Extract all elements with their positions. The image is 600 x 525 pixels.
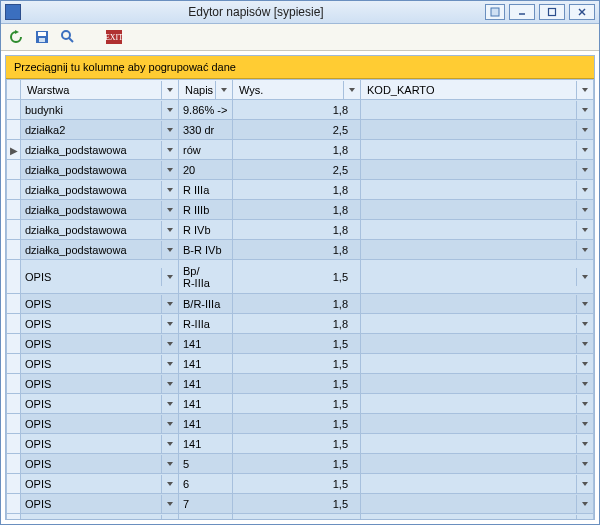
cell-wys[interactable]: 1,5 [233,434,361,454]
cell-warstwa[interactable]: OPIS [21,434,179,454]
cell-kod-karto[interactable] [361,140,594,160]
cell-dropdown-icon[interactable] [161,455,178,473]
cell-warstwa[interactable]: działka_podstawowa [21,200,179,220]
cell-kod-karto[interactable] [361,120,594,140]
cell-dropdown-icon[interactable] [576,295,593,313]
cell-wys[interactable]: 2,5 [233,160,361,180]
cell-kod-karto[interactable] [361,454,594,474]
cell-dropdown-icon[interactable] [576,268,593,286]
filter-dropdown-icon[interactable] [161,81,178,99]
cell-wys[interactable]: 1,8 [233,294,361,314]
cell-kod-karto[interactable] [361,414,594,434]
cell-dropdown-icon[interactable] [576,315,593,333]
cell-dropdown-icon[interactable] [576,475,593,493]
cell-wys[interactable]: 1,5 [233,374,361,394]
cell-warstwa[interactable]: OPIS [21,514,179,520]
filter-dropdown-icon[interactable] [215,81,232,99]
cell-warstwa[interactable]: OPIS [21,374,179,394]
table-row[interactable]: OPIS1411,5 [7,354,594,374]
cell-dropdown-icon[interactable] [161,141,178,159]
cell-kod-karto[interactable] [361,160,594,180]
cell-dropdown-icon[interactable] [576,181,593,199]
cell-dropdown-icon[interactable] [161,241,178,259]
cell-kod-karto[interactable] [361,260,594,294]
cell-warstwa[interactable]: OPIS [21,354,179,374]
cell-kod-karto[interactable] [361,294,594,314]
table-row[interactable]: działka_podstawowaR IIIa1,8 [7,180,594,200]
cell-napis[interactable]: 141 [179,334,233,354]
search-button[interactable] [59,28,77,46]
cell-napis[interactable]: Bp/ R-IIIa [179,260,233,294]
cell-warstwa[interactable]: OPIS [21,454,179,474]
cell-wys[interactable]: 1,5 [233,454,361,474]
table-row[interactable]: ▶działka_podstawowarów1,8 [7,140,594,160]
cell-dropdown-icon[interactable] [576,121,593,139]
exit-button[interactable]: EXIT [105,28,123,46]
cell-napis[interactable]: 141 [179,374,233,394]
cell-dropdown-icon[interactable] [576,375,593,393]
table-row[interactable]: działka2330 dr2,5 [7,120,594,140]
cell-kod-karto[interactable] [361,514,594,520]
cell-wys[interactable]: 1,5 [233,354,361,374]
cell-kod-karto[interactable] [361,220,594,240]
cell-dropdown-icon[interactable] [576,355,593,373]
cell-dropdown-icon[interactable] [576,241,593,259]
cell-dropdown-icon[interactable] [576,435,593,453]
cell-kod-karto[interactable] [361,354,594,374]
column-header-kod-karto[interactable]: KOD_KARTO [361,80,594,100]
column-header-napis[interactable]: Napis [179,80,233,100]
cell-dropdown-icon[interactable] [576,201,593,219]
cell-wys[interactable]: 1,8 [233,314,361,334]
cell-napis[interactable]: 20 [179,160,233,180]
cell-wys[interactable]: 1,8 [233,220,361,240]
cell-kod-karto[interactable] [361,200,594,220]
maximize-button[interactable] [539,4,565,20]
cell-wys[interactable]: 2,5 [233,120,361,140]
cell-dropdown-icon[interactable] [576,221,593,239]
table-row[interactable]: OPIS1411,5 [7,334,594,354]
table-row[interactable]: OPIS61,5 [7,474,594,494]
cell-dropdown-icon[interactable] [161,495,178,513]
cell-kod-karto[interactable] [361,180,594,200]
cell-dropdown-icon[interactable] [576,395,593,413]
save-button[interactable] [33,28,51,46]
column-header-warstwa[interactable]: Warstwa [21,80,179,100]
cell-kod-karto[interactable] [361,434,594,454]
cell-dropdown-icon[interactable] [576,415,593,433]
table-row[interactable]: OPIS1411,5 [7,434,594,454]
filter-dropdown-icon[interactable] [343,81,360,99]
cell-dropdown-icon[interactable] [576,495,593,513]
table-row[interactable]: budynki9.86% ->1,8 [7,100,594,120]
cell-kod-karto[interactable] [361,334,594,354]
cell-dropdown-icon[interactable] [576,141,593,159]
close-button[interactable] [569,4,595,20]
cell-dropdown-icon[interactable] [161,201,178,219]
table-row[interactable]: działka_podstawowa202,5 [7,160,594,180]
cell-dropdown-icon[interactable] [576,101,593,119]
cell-napis[interactable]: R-IIIa [179,314,233,334]
cell-napis[interactable]: R IVb [179,220,233,240]
cell-warstwa[interactable]: OPIS [21,474,179,494]
table-row[interactable]: działka_podstawowaB-R IVb1,8 [7,240,594,260]
cell-napis[interactable]: 6 [179,474,233,494]
cell-warstwa[interactable]: działka2 [21,120,179,140]
cell-dropdown-icon[interactable] [161,515,178,520]
cell-dropdown-icon[interactable] [576,335,593,353]
cell-wys[interactable]: 1,5 [233,514,361,520]
cell-kod-karto[interactable] [361,494,594,514]
cell-warstwa[interactable]: OPIS [21,494,179,514]
cell-napis[interactable]: 141 [179,434,233,454]
cell-dropdown-icon[interactable] [161,315,178,333]
cell-dropdown-icon[interactable] [161,221,178,239]
cell-napis[interactable]: 9.86% -> [179,100,233,120]
cell-dropdown-icon[interactable] [161,355,178,373]
cell-warstwa[interactable]: działka_podstawowa [21,140,179,160]
table-row[interactable]: OPISBp/ R-IIIa1,5 [7,260,594,294]
cell-wys[interactable]: 1,8 [233,140,361,160]
cell-wys[interactable]: 1,8 [233,180,361,200]
cell-napis[interactable]: 7 [179,494,233,514]
cell-warstwa[interactable]: działka_podstawowa [21,180,179,200]
cell-napis[interactable]: B/R-IIIa [179,294,233,314]
minimize-button[interactable] [509,4,535,20]
cell-warstwa[interactable]: OPIS [21,414,179,434]
